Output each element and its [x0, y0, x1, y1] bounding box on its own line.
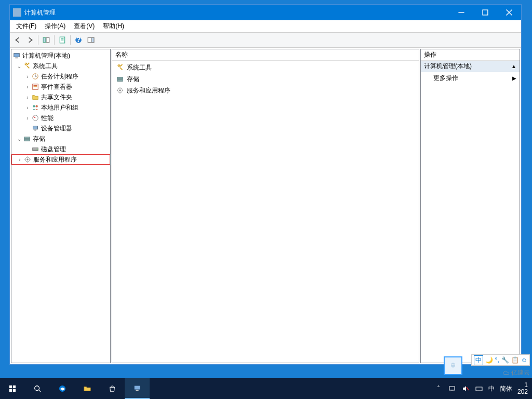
chevron-right-icon[interactable]: ›: [24, 114, 31, 122]
tree-system-tools[interactable]: ⌄ 系统工具: [11, 61, 110, 71]
storage-icon: [23, 135, 31, 143]
back-button[interactable]: [12, 34, 23, 46]
chevron-right-icon[interactable]: ›: [24, 73, 31, 80]
device-icon: [31, 124, 39, 132]
menu-file[interactable]: 文件(F): [12, 20, 41, 32]
chevron-right-icon[interactable]: ›: [24, 104, 31, 111]
chevron-right-icon[interactable]: ›: [24, 83, 31, 90]
edge-button[interactable]: [50, 378, 75, 399]
start-button[interactable]: [0, 378, 25, 399]
taskbar[interactable]: ˄ 中 简体 1 202: [0, 378, 532, 399]
chevron-right-icon[interactable]: ›: [24, 94, 31, 101]
tree-shared-folders[interactable]: › 共享文件夹: [11, 92, 110, 102]
svg-point-21: [33, 105, 35, 107]
list-item-label: 存储: [127, 75, 139, 84]
actions-more[interactable]: 更多操作 ▶: [421, 72, 520, 84]
list-panel[interactable]: 名称 系统工具 存储 服务和应用程序: [112, 49, 419, 363]
store-button[interactable]: [100, 378, 125, 399]
menu-action[interactable]: 操作(A): [41, 20, 70, 32]
ime-wrench-icon[interactable]: 🔧: [501, 356, 509, 364]
list-item[interactable]: 存储: [112, 73, 419, 85]
tree-services-apps[interactable]: › 服务和应用程序: [11, 154, 110, 165]
tree-storage[interactable]: ⌄ 存储: [11, 134, 110, 144]
event-icon: [31, 83, 39, 91]
tray-ime-lang[interactable]: 中: [488, 384, 495, 393]
svg-text:?: ?: [76, 36, 81, 44]
svg-rect-1: [483, 10, 488, 15]
services-icon: [115, 86, 125, 95]
close-button[interactable]: [497, 5, 521, 20]
ime-char[interactable]: 中: [474, 355, 483, 365]
tray-date[interactable]: 202: [517, 389, 528, 395]
minimize-button[interactable]: [449, 5, 473, 20]
svg-rect-5: [46, 37, 49, 42]
svg-line-45: [39, 390, 41, 392]
svg-rect-50: [451, 391, 453, 391]
tray-chevron-icon[interactable]: ˄: [434, 384, 443, 393]
svg-point-22: [35, 105, 37, 107]
tree-event-viewer[interactable]: › 事件查看器: [11, 82, 110, 92]
tray-volume-icon[interactable]: [461, 384, 470, 393]
svg-point-44: [35, 386, 39, 391]
svg-point-37: [451, 363, 455, 367]
toolbar: ?: [10, 33, 521, 47]
list-header-name[interactable]: 名称: [112, 49, 419, 61]
menu-help[interactable]: 帮助(H): [99, 20, 128, 32]
actions-header: 操作: [421, 49, 520, 61]
tree-root-node[interactable]: 计算机管理(本地): [11, 50, 110, 61]
system-tray[interactable]: ˄ 中 简体 1 202: [434, 382, 532, 395]
explorer-button[interactable]: [75, 378, 100, 399]
tree-performance[interactable]: › 性能: [11, 113, 110, 123]
svg-point-39: [454, 364, 455, 365]
svg-rect-13: [14, 54, 20, 57]
chevron-down-icon[interactable]: ⌄: [16, 62, 23, 70]
svg-point-38: [451, 364, 453, 365]
tray-ime-mode[interactable]: 简体: [500, 384, 512, 393]
svg-rect-33: [117, 77, 123, 79]
toolbar-separator: [70, 35, 71, 45]
ime-float-bar[interactable]: 中 🌙 °, 🔧 📋 ☺: [471, 354, 530, 366]
users-icon: [31, 103, 39, 112]
tree-panel[interactable]: 计算机管理(本地) ⌄ 系统工具 › 任务计划程序 ›: [11, 49, 111, 363]
ime-smile-icon[interactable]: ☺: [521, 356, 527, 364]
titlebar[interactable]: 计算机管理: [10, 5, 521, 20]
svg-point-32: [26, 158, 29, 161]
computer-management-window: 计算机管理 文件(F) 操作(A) 查看(V) 帮助(H) ?: [9, 4, 522, 365]
tree-task-scheduler[interactable]: › 任务计划程序: [11, 71, 110, 82]
show-actions-button[interactable]: [85, 34, 97, 46]
svg-rect-27: [24, 137, 30, 139]
ime-clipboard-icon[interactable]: 📋: [511, 356, 519, 364]
svg-rect-41: [13, 385, 16, 388]
chevron-down-icon[interactable]: ⌄: [16, 135, 23, 142]
chevron-right-icon[interactable]: ›: [16, 156, 23, 163]
actions-section[interactable]: 计算机管理(本地) ▲: [421, 61, 520, 72]
menu-view[interactable]: 查看(V): [70, 20, 99, 32]
list-item[interactable]: 服务和应用程序: [112, 85, 419, 96]
app-icon: [13, 8, 21, 17]
search-button[interactable]: [25, 378, 50, 399]
svg-rect-26: [34, 130, 36, 131]
tray-keyboard-icon[interactable]: [475, 384, 483, 393]
computer-management-taskbar-button[interactable]: [125, 378, 150, 399]
list-item[interactable]: 系统工具: [112, 62, 419, 73]
ime-moon-icon[interactable]: 🌙: [485, 356, 493, 364]
properties-button[interactable]: [57, 34, 68, 46]
window-controls: [449, 5, 521, 20]
storage-icon: [115, 75, 125, 83]
ime-punct[interactable]: °,: [495, 356, 499, 364]
show-hide-tree-button[interactable]: [41, 34, 52, 46]
clock-icon: [31, 72, 39, 81]
tree-local-users[interactable]: › 本地用户和组: [11, 102, 110, 113]
maximize-button[interactable]: [473, 5, 497, 20]
tray-network-icon[interactable]: [448, 384, 456, 393]
folder-share-icon: [31, 93, 39, 101]
qq-avatar-icon[interactable]: [444, 356, 462, 375]
help-button[interactable]: ?: [73, 34, 84, 46]
svg-rect-43: [13, 389, 16, 392]
forward-button[interactable]: [24, 34, 36, 46]
tree-disk-management[interactable]: 磁盘管理: [11, 144, 110, 154]
performance-icon: [31, 114, 39, 122]
toolbar-separator: [54, 35, 55, 45]
tree-device-manager[interactable]: 设备管理器: [11, 123, 110, 134]
tools-icon: [23, 62, 31, 70]
